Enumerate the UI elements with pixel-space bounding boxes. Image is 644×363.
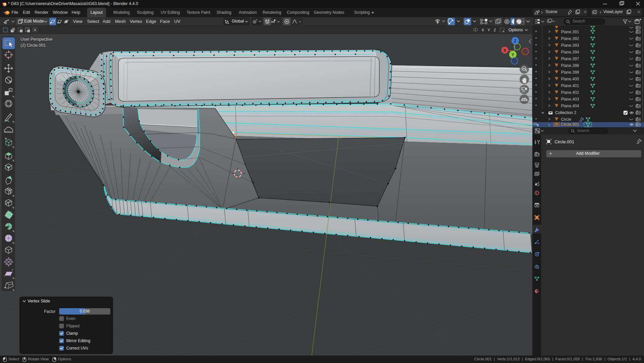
- svg-text:Z: Z: [514, 39, 516, 43]
- svg-text:X: X: [503, 48, 506, 53]
- svg-text:Y: Y: [512, 52, 514, 57]
